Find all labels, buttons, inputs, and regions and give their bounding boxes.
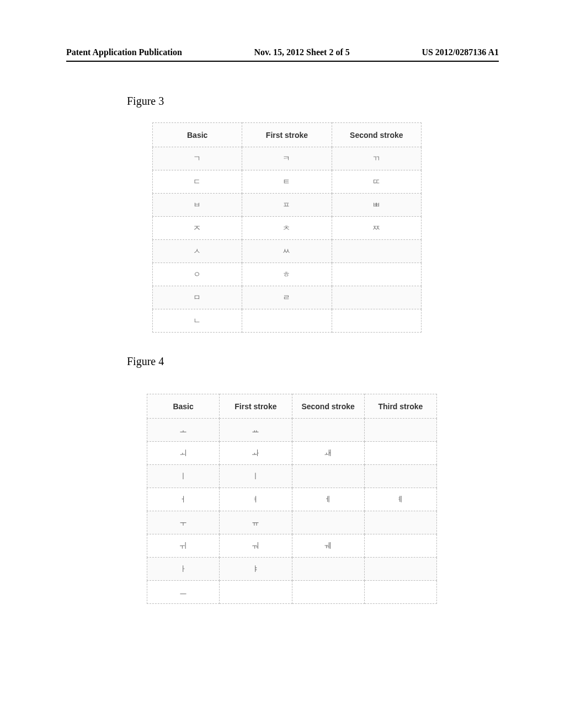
cell-third: ㅖ bbox=[364, 488, 436, 511]
table-row: ㅂ ㅍ ㅃ bbox=[153, 194, 422, 217]
table-header-row: Basic First stroke Second stroke Third s… bbox=[147, 394, 437, 419]
table-header-row: Basic First stroke Second stroke bbox=[153, 123, 422, 147]
cell-basic: ㅣ bbox=[147, 465, 220, 488]
cell-second bbox=[332, 263, 421, 286]
header-center: Nov. 15, 2012 Sheet 2 of 5 bbox=[254, 47, 349, 57]
table-row: ㄴ bbox=[153, 309, 422, 333]
cell-third bbox=[364, 465, 436, 488]
figure-4-label: Figure 4 bbox=[127, 355, 164, 368]
cell-basic: ㅗ bbox=[147, 419, 220, 442]
cell-basic: ㅚ bbox=[147, 442, 220, 465]
cell-basic: ㅇ bbox=[153, 263, 242, 286]
cell-basic: ㅜ bbox=[147, 511, 220, 534]
cell-second bbox=[292, 558, 364, 581]
figure-4-table: Basic First stroke Second stroke Third s… bbox=[147, 394, 437, 604]
cell-second: ㅉ bbox=[332, 217, 421, 240]
cell-first: ㅑ bbox=[220, 558, 292, 581]
table-row: ㅚ ㅘ ㅙ bbox=[147, 442, 437, 465]
cell-basic: ㅓ bbox=[147, 488, 220, 511]
cell-second: ㅔ bbox=[292, 488, 364, 511]
cell-first: ㅝ bbox=[220, 534, 292, 558]
cell-second bbox=[292, 419, 364, 442]
cell-third bbox=[364, 442, 436, 465]
col-second-stroke: Second stroke bbox=[292, 394, 364, 419]
table-row: ㅅ ㅆ bbox=[153, 240, 422, 263]
page-header: Patent Application Publication Nov. 15, … bbox=[0, 47, 565, 57]
col-basic: Basic bbox=[147, 394, 220, 419]
cell-third bbox=[364, 534, 436, 558]
col-first-stroke: First stroke bbox=[242, 123, 332, 147]
cell-third bbox=[364, 581, 436, 604]
table-row: ㅁ ㄹ bbox=[153, 286, 422, 309]
cell-first: ㅌ bbox=[242, 170, 332, 194]
table-row: ㅇ ㅎ bbox=[153, 263, 422, 286]
cell-first bbox=[220, 581, 292, 604]
table-row: ㅗ ㅛ bbox=[147, 419, 437, 442]
cell-second bbox=[292, 511, 364, 534]
header-right: US 2012/0287136 A1 bbox=[422, 47, 499, 57]
cell-first: ㅘ bbox=[220, 442, 292, 465]
table-row: ㅏ ㅑ bbox=[147, 558, 437, 581]
cell-third bbox=[364, 419, 436, 442]
cell-second bbox=[332, 240, 421, 263]
table-row: ㅓ ㅕ ㅔ ㅖ bbox=[147, 488, 437, 511]
cell-second: ㅞ bbox=[292, 534, 364, 558]
cell-basic: ㄱ bbox=[153, 147, 242, 170]
cell-basic: ㅁ bbox=[153, 286, 242, 309]
figure-3-table: Basic First stroke Second stroke ㄱ ㅋ ㄲ ㄷ… bbox=[152, 122, 422, 333]
col-second-stroke: Second stroke bbox=[332, 123, 421, 147]
cell-first: ㅣ bbox=[220, 465, 292, 488]
cell-second bbox=[292, 581, 364, 604]
cell-basic: ㅈ bbox=[153, 217, 242, 240]
col-first-stroke: First stroke bbox=[220, 394, 292, 419]
cell-first: ㅍ bbox=[242, 194, 332, 217]
cell-basic: ㅂ bbox=[153, 194, 242, 217]
cell-basic: ㅅ bbox=[153, 240, 242, 263]
table-row: ㅟ ㅝ ㅞ bbox=[147, 534, 437, 558]
cell-first: ㅛ bbox=[220, 419, 292, 442]
cell-first: ㅊ bbox=[242, 217, 332, 240]
table-row: ㄷ ㅌ ㄸ bbox=[153, 170, 422, 194]
col-third-stroke: Third stroke bbox=[364, 394, 436, 419]
table-row: ㄱ ㅋ ㄲ bbox=[153, 147, 422, 170]
cell-first: ㄹ bbox=[242, 286, 332, 309]
cell-third bbox=[364, 558, 436, 581]
cell-second: ㄸ bbox=[332, 170, 421, 194]
cell-second: ㅃ bbox=[332, 194, 421, 217]
cell-second bbox=[332, 286, 421, 309]
col-basic: Basic bbox=[153, 123, 242, 147]
cell-third bbox=[364, 511, 436, 534]
cell-second bbox=[332, 309, 421, 333]
cell-basic: ㄷ bbox=[153, 170, 242, 194]
header-left: Patent Application Publication bbox=[66, 47, 182, 57]
table-row: ㅡ bbox=[147, 581, 437, 604]
cell-first: ㅎ bbox=[242, 263, 332, 286]
cell-second bbox=[292, 465, 364, 488]
cell-basic: ㄴ bbox=[153, 309, 242, 333]
table-row: ㅜ ㅠ bbox=[147, 511, 437, 534]
cell-first: ㅠ bbox=[220, 511, 292, 534]
table-row: ㅈ ㅊ ㅉ bbox=[153, 217, 422, 240]
cell-basic: ㅟ bbox=[147, 534, 220, 558]
cell-first: ㅕ bbox=[220, 488, 292, 511]
table-row: ㅣ ㅣ bbox=[147, 465, 437, 488]
cell-first: ㅋ bbox=[242, 147, 332, 170]
cell-basic: ㅡ bbox=[147, 581, 220, 604]
cell-basic: ㅏ bbox=[147, 558, 220, 581]
cell-second: ㅙ bbox=[292, 442, 364, 465]
cell-first: ㅆ bbox=[242, 240, 332, 263]
figure-3-label: Figure 3 bbox=[127, 95, 164, 108]
cell-first bbox=[242, 309, 332, 333]
header-rule bbox=[66, 61, 499, 62]
cell-second: ㄲ bbox=[332, 147, 421, 170]
